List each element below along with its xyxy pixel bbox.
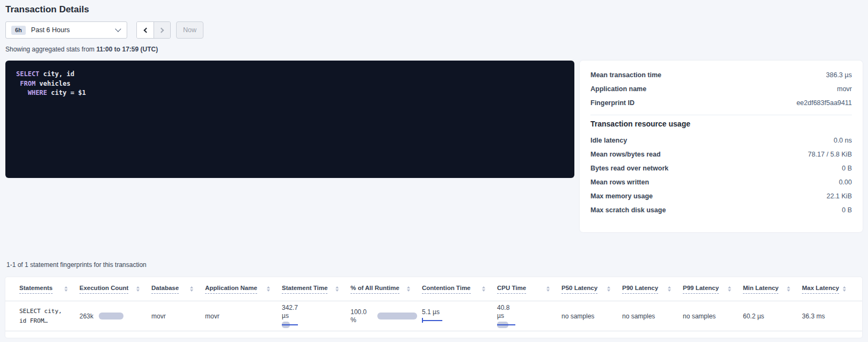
database-cell: movr (151, 313, 205, 320)
sql-line: SELECT city, id (16, 70, 564, 79)
sql-keyword: WHERE (28, 89, 47, 96)
contention-time-cell: 5.1 µs (422, 308, 497, 324)
statement-time-cell: 342.7 µs (282, 304, 351, 328)
time-range-label: Past 6 Hours (31, 26, 70, 34)
statement-time-bar (282, 322, 346, 328)
statements-table-header: Statements Execution Count Database Appl… (5, 277, 862, 301)
column-header-statements[interactable]: Statements (19, 285, 79, 294)
p99-latency-cell: no samples (683, 313, 743, 320)
cpu-time-bar (497, 322, 557, 328)
application-name-cell: movr (205, 313, 282, 320)
summary-label: Mean transaction time (590, 71, 661, 79)
sql-line: WHERE city = $1 (16, 88, 564, 98)
statement-fingerprint-link[interactable]: SELECT city, id FROM… (19, 307, 79, 326)
p90-latency-cell: no samples (622, 313, 683, 320)
resource-row-max-scratch-disk-usage: Max scratch disk usage 0 B (590, 203, 852, 217)
sort-icon (668, 286, 671, 292)
resource-value: 78.17 / 5.8 KiB (808, 151, 852, 158)
chevron-down-icon (115, 26, 121, 32)
resource-row-mean-rows-bytes-read: Mean rows/bytes read 78.17 / 5.8 KiB (590, 147, 852, 161)
execution-count-cell: 263k (79, 313, 151, 320)
resource-usage-title: Transaction resource usage (590, 120, 852, 128)
transaction-details-page: Transaction Details 6h Past 6 Hours Now … (0, 0, 868, 342)
sql-keyword: SELECT (16, 70, 39, 78)
resource-value: 0.00 (839, 179, 852, 186)
statements-table-caption: 1-1 of 1 statement fingerprints for this… (6, 261, 863, 269)
execution-count-bar (99, 313, 123, 319)
sort-icon (335, 286, 339, 292)
summary-label: Application name (590, 85, 646, 93)
resource-value: 0 B (842, 206, 852, 214)
sort-icon (787, 286, 790, 292)
summary-row-mean-transaction-time: Mean transaction time 386.3 µs (590, 68, 852, 82)
time-range-picker[interactable]: 6h Past 6 Hours (5, 21, 127, 39)
sort-icon (267, 286, 270, 292)
summary-value: ee2df683f5aa9411 (797, 99, 852, 107)
sql-statement-box: SELECT city, id FROM vehicles WHERE city… (5, 61, 574, 178)
resource-label: Mean rows written (590, 179, 649, 186)
time-range-badge: 6h (11, 26, 26, 35)
summary-row-fingerprint-id: Fingerprint ID ee2df683f5aa9411 (590, 96, 852, 110)
time-controls: 6h Past 6 Hours Now (5, 21, 863, 39)
main-content: SELECT city, id FROM vehicles WHERE city… (5, 61, 863, 232)
sort-icon (607, 286, 610, 292)
sort-icon (728, 286, 731, 292)
page-title: Transaction Details (5, 4, 863, 15)
column-header-contention-time[interactable]: Contention Time (422, 285, 497, 294)
next-range-button[interactable] (154, 22, 170, 38)
aggregation-note: Showing aggregated stats from 11:00 to 1… (5, 46, 863, 53)
sort-icon (843, 286, 846, 292)
chevron-right-icon (159, 27, 164, 33)
max-latency-cell: 36.3 ms (802, 313, 858, 320)
sort-icon (136, 286, 140, 292)
sql-keyword: FROM (20, 80, 35, 87)
column-header-p99-latency[interactable]: P99 Latency (683, 285, 743, 294)
previous-range-button[interactable] (137, 22, 154, 38)
aggregation-note-range: 11:00 to 17:59 (UTC) (96, 46, 158, 53)
column-header-database[interactable]: Database (151, 285, 205, 294)
resource-label: Max scratch disk usage (590, 206, 666, 214)
resource-label: Mean rows/bytes read (590, 151, 661, 158)
summary-label: Fingerprint ID (590, 99, 634, 107)
sort-icon (546, 286, 550, 292)
time-step-group (136, 21, 171, 39)
summary-value: 386.3 µs (826, 71, 852, 79)
resource-value: 0.0 ns (834, 137, 852, 144)
column-header-p50-latency[interactable]: P50 Latency (561, 285, 622, 294)
transaction-summary-panel: Mean transaction time 386.3 µs Applicati… (580, 61, 863, 232)
chevron-left-icon (143, 27, 149, 33)
sql-line: FROM vehicles (16, 79, 564, 89)
summary-value: movr (837, 85, 852, 93)
column-header-cpu-time[interactable]: CPU Time (497, 285, 561, 294)
column-header-application-name[interactable]: Application Name (205, 285, 282, 294)
column-header-min-latency[interactable]: Min Latency (743, 285, 802, 294)
sort-icon (64, 286, 68, 292)
resource-row-idle-latency: Idle latency 0.0 ns (590, 133, 852, 147)
sort-icon (407, 286, 410, 292)
resource-value: 22.1 KiB (827, 192, 852, 200)
sort-icon (482, 286, 485, 292)
now-button[interactable]: Now (176, 21, 203, 39)
resource-row-max-memory-usage: Max memory usage 22.1 KiB (590, 189, 852, 203)
sort-icon (190, 286, 193, 292)
panel-divider (590, 115, 852, 115)
summary-row-application-name: Application name movr (590, 82, 852, 96)
column-header-statement-time[interactable]: Statement Time (282, 285, 351, 294)
min-latency-cell: 60.2 µs (743, 313, 802, 320)
percent-runtime-cell: 100.0 % (351, 308, 422, 324)
statement-row: SELECT city, id FROM… 263k movr movr 342… (5, 301, 862, 331)
aggregation-note-prefix: Showing aggregated stats from (5, 46, 96, 53)
resource-row-mean-rows-written: Mean rows written 0.00 (590, 175, 852, 189)
statements-table: Statements Execution Count Database Appl… (5, 277, 862, 338)
resource-label: Max memory usage (590, 192, 653, 200)
p50-latency-cell: no samples (561, 313, 622, 320)
contention-time-bar (422, 317, 493, 324)
resource-value: 0 B (842, 165, 852, 172)
column-header-max-latency[interactable]: Max Latency (802, 285, 858, 294)
column-header-p90-latency[interactable]: P90 Latency (622, 285, 683, 294)
resource-row-bytes-read-over-network: Bytes read over network 0 B (590, 161, 852, 175)
column-header-percent-of-all-runtime[interactable]: % of All Runtime (351, 285, 422, 294)
resource-label: Idle latency (590, 137, 627, 144)
column-header-execution-count[interactable]: Execution Count (79, 285, 151, 294)
percent-runtime-bar (377, 313, 417, 319)
